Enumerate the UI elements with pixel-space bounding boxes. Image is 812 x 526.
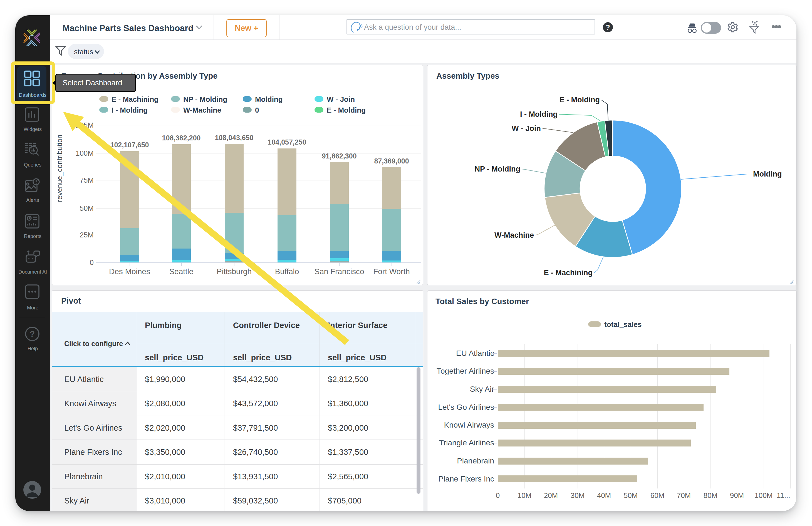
svg-text:?: ? xyxy=(30,329,35,338)
